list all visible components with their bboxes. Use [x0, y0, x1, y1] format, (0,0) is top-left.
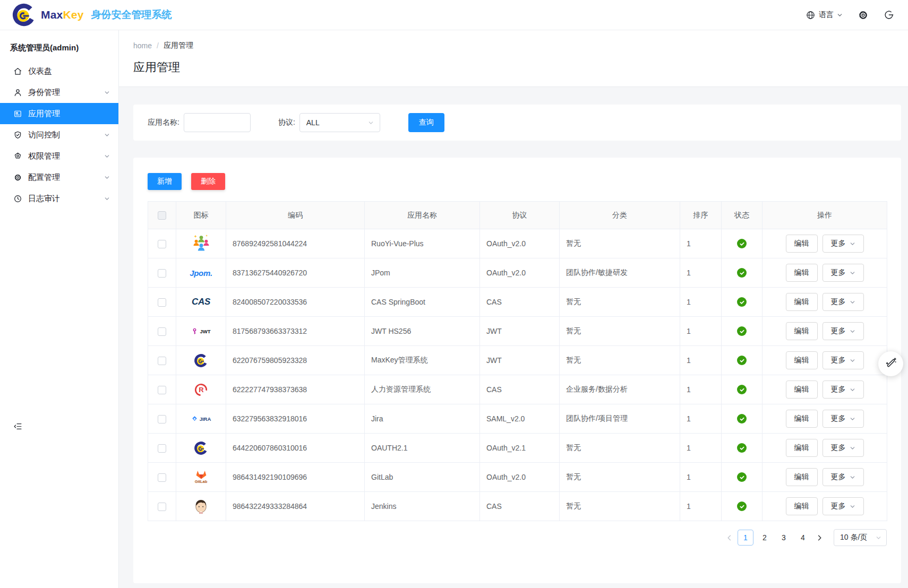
more-button[interactable]: 更多 — [823, 235, 864, 253]
app-sort: 1 — [680, 375, 722, 404]
pagination-prev-button[interactable] — [722, 530, 736, 546]
app-code: 622227747938373638 — [226, 375, 365, 404]
edit-button[interactable]: 编辑 — [786, 264, 818, 282]
status-enabled-icon — [737, 443, 747, 453]
pagination-page-1[interactable]: 1 — [738, 530, 753, 546]
more-button[interactable]: 更多 — [823, 497, 864, 515]
edit-button[interactable]: 编辑 — [786, 351, 818, 369]
sidebar-user: 系统管理员(admin) — [0, 30, 118, 60]
page-size-select[interactable]: 10 条/页 — [834, 529, 887, 546]
row-checkbox[interactable] — [158, 386, 166, 394]
protocol-select[interactable]: ALL — [299, 113, 380, 132]
sidebar-item-access[interactable]: 访问控制 — [0, 124, 118, 145]
app-protocol: CAS — [480, 492, 560, 521]
row-checkbox[interactable] — [158, 240, 166, 248]
protocol-label: 协议: — [278, 118, 295, 127]
chevron-down-icon — [104, 132, 110, 138]
more-button[interactable]: 更多 — [823, 381, 864, 399]
row-checkbox[interactable] — [158, 327, 166, 336]
row-checkbox[interactable] — [158, 357, 166, 365]
search-button[interactable]: 查询 — [408, 113, 444, 132]
brand-key: Key — [63, 8, 83, 21]
more-label: 更多 — [831, 472, 846, 482]
pagination-page-4[interactable]: 4 — [795, 530, 811, 546]
edit-button[interactable]: 编辑 — [786, 439, 818, 457]
row-checkbox[interactable] — [158, 503, 166, 511]
row-checkbox[interactable] — [158, 473, 166, 482]
row-checkbox[interactable] — [158, 444, 166, 453]
sidebar-item-application[interactable]: 应用管理 — [0, 103, 118, 124]
edit-button[interactable]: 编辑 — [786, 497, 818, 515]
sidebar-item-label: 日志审计 — [28, 194, 60, 204]
pagination-next-button[interactable] — [812, 530, 826, 546]
pagination-page-2[interactable]: 2 — [757, 530, 773, 546]
app-code: 644220607860310016 — [226, 434, 365, 463]
edit-button[interactable]: 编辑 — [786, 322, 818, 340]
app-name: GitLab — [365, 463, 480, 492]
col-header-icon: 图标 — [176, 202, 226, 229]
magic-wand-button[interactable] — [878, 351, 903, 376]
access-shield-icon — [13, 131, 22, 140]
breadcrumb-current: 应用管理 — [164, 41, 193, 50]
select-all-checkbox[interactable] — [158, 211, 166, 220]
logout-icon[interactable] — [884, 10, 894, 20]
sidebar-item-label: 应用管理 — [28, 109, 60, 119]
more-button[interactable]: 更多 — [823, 351, 864, 369]
col-header-status: 状态 — [722, 202, 763, 229]
sidebar-item-label: 身份管理 — [28, 88, 60, 98]
settings-gear-icon[interactable] — [858, 10, 869, 21]
page-head: home / 应用管理 应用管理 — [119, 30, 908, 87]
protocol-select-value: ALL — [306, 118, 320, 127]
chevron-down-icon — [850, 328, 855, 334]
jwt-logo: JWT — [191, 321, 210, 342]
more-button[interactable]: 更多 — [823, 439, 864, 457]
sidebar-item-dashboard[interactable]: 仪表盘 — [0, 60, 118, 82]
sidebar-item-audit[interactable]: 日志审计 — [0, 188, 118, 209]
language-menu[interactable]: 语言 — [806, 10, 843, 20]
edit-button[interactable]: 编辑 — [786, 410, 818, 428]
add-button[interactable]: 新增 — [148, 173, 182, 190]
col-header-name: 应用名称 — [365, 202, 480, 229]
page-size-value: 10 条/页 — [840, 533, 867, 542]
sidebar-item-config[interactable]: 配置管理 — [0, 167, 118, 188]
more-button[interactable]: 更多 — [823, 293, 864, 311]
more-label: 更多 — [831, 239, 846, 248]
sidebar-item-identity[interactable]: 身份管理 — [0, 82, 118, 103]
more-button[interactable]: 更多 — [823, 410, 864, 428]
more-button[interactable]: 更多 — [823, 264, 864, 282]
app-name-input[interactable] — [184, 113, 251, 132]
brand[interactable]: MaxKey 身份安全管理系统 — [12, 3, 172, 27]
delete-button[interactable]: 删除 — [191, 173, 225, 190]
app-category: 暂无 — [560, 346, 680, 375]
table-header-row: 图标 编码 应用名称 协议 分类 排序 状态 操作 — [148, 202, 887, 229]
status-enabled-icon — [737, 385, 747, 394]
menu-fold-icon[interactable] — [13, 422, 22, 431]
edit-button[interactable]: 编辑 — [786, 293, 818, 311]
edit-button[interactable]: 编辑 — [786, 381, 818, 399]
more-label: 更多 — [831, 326, 846, 336]
row-checkbox[interactable] — [158, 415, 166, 423]
row-checkbox[interactable] — [158, 298, 166, 307]
status-enabled-icon — [737, 472, 747, 482]
maxkey-logo — [12, 3, 36, 27]
breadcrumb-home[interactable]: home — [133, 41, 152, 50]
more-button[interactable]: 更多 — [823, 322, 864, 340]
col-header-actions: 操作 — [763, 202, 887, 229]
pagination-page-3[interactable]: 3 — [776, 530, 792, 546]
edit-button[interactable]: 编辑 — [786, 468, 818, 486]
sidebar-item-permission[interactable]: 权限管理 — [0, 145, 118, 167]
sidebar-menu: 仪表盘身份管理应用管理访问控制权限管理配置管理日志审计 — [0, 60, 118, 209]
chevron-down-icon — [850, 270, 855, 276]
more-button[interactable]: 更多 — [823, 468, 864, 486]
row-checkbox[interactable] — [158, 269, 166, 278]
app-code: 817568793663373312 — [226, 317, 365, 346]
breadcrumb: home / 应用管理 — [133, 41, 193, 50]
jira-logo: JIRA — [191, 408, 211, 429]
edit-button[interactable]: 编辑 — [786, 235, 818, 253]
more-label: 更多 — [831, 268, 846, 278]
chevron-down-icon — [850, 416, 855, 422]
topbar: MaxKey 身份安全管理系统 语言 — [0, 0, 908, 30]
table-panel: 新增 删除 图标 编码 — [133, 158, 901, 583]
chevron-down-icon — [104, 196, 110, 202]
table-row: 644220607860310016OAUTH2.1OAuth_v2.1暂无1编… — [148, 434, 887, 463]
